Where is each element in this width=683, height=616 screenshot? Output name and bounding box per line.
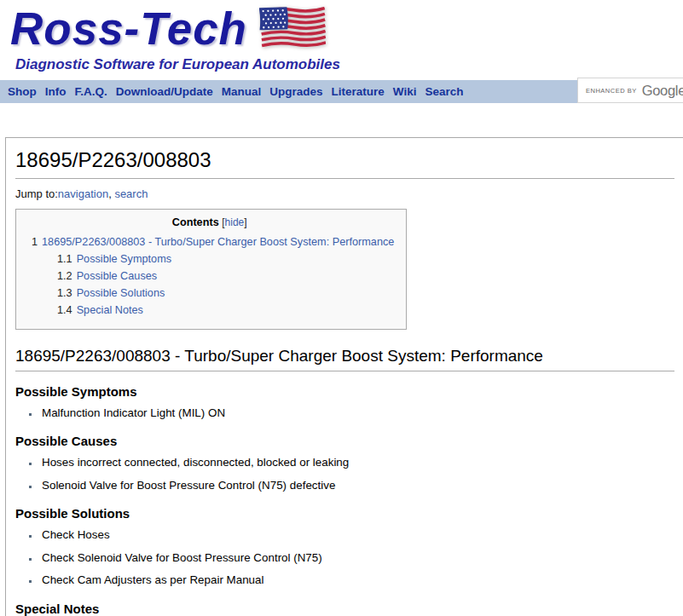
toc-entry: 1.1Possible Symptoms xyxy=(57,250,394,268)
main-nav: Shop Info F.A.Q. Download/Update Manual … xyxy=(0,80,683,103)
table-of-contents: Contents [hide] 118695/P2263/008803 - Tu… xyxy=(15,209,407,330)
causes-list: Hoses incorrect connected, disconnected,… xyxy=(40,454,674,493)
jump-to-label: Jump to: xyxy=(15,187,58,200)
nav-item-upgrades[interactable]: Upgrades xyxy=(265,85,327,98)
toc-link-1-4[interactable]: 1.4Special Notes xyxy=(57,304,143,316)
nav-item-faq[interactable]: F.A.Q. xyxy=(71,85,112,98)
nav-item-download-update[interactable]: Download/Update xyxy=(112,85,217,98)
solutions-list: Check Hoses Check Solenoid Valve for Boo… xyxy=(40,527,674,588)
site-header: Ross-Tech xyxy=(0,0,683,73)
jump-to-navigation-link[interactable]: navigation xyxy=(58,187,108,200)
toc-list: 118695/P2263/008803 - Turbo/Super Charge… xyxy=(25,233,394,319)
nav-item-wiki[interactable]: Wiki xyxy=(389,85,421,98)
toc-link-1-3[interactable]: 1.3Possible Solutions xyxy=(57,287,165,299)
list-item: Solenoid Valve for Boost Pressure Contro… xyxy=(40,477,674,493)
list-item: Hoses incorrect connected, disconnected,… xyxy=(40,454,674,470)
symptoms-list: Malfunction Indicator Light (MIL) ON xyxy=(40,405,674,421)
site-tagline: Diagnostic Software for European Automob… xyxy=(15,56,683,73)
toc-entry: 118695/P2263/008803 - Turbo/Super Charge… xyxy=(32,233,394,250)
toc-entry: 1.2Possible Causes xyxy=(57,268,394,285)
toc-link-1[interactable]: 118695/P2263/008803 - Turbo/Super Charge… xyxy=(32,236,394,248)
toc-title: Contents [hide] xyxy=(25,216,394,228)
heading-special-notes: Special Notes xyxy=(15,602,674,616)
nav-item-info[interactable]: Info xyxy=(41,85,71,98)
ross-tech-logo[interactable]: Ross-Tech xyxy=(10,5,247,53)
toc-entry: 1.3Possible Solutions xyxy=(57,285,394,302)
section-heading: 18695/P2263/008803 - Turbo/Super Charger… xyxy=(15,347,674,371)
enhanced-by-label: ENHANCED BY xyxy=(586,87,637,95)
page-title: 18695/P2263/008803 xyxy=(15,148,674,179)
toc-heading: Contents xyxy=(172,216,219,228)
jump-to-line: Jump to:navigation, search xyxy=(15,187,674,200)
toc-entry: 1.4Special Notes xyxy=(57,302,394,319)
jump-to-search-link[interactable]: search xyxy=(114,187,148,200)
nav-item-literature[interactable]: Literature xyxy=(327,85,389,98)
list-item: Malfunction Indicator Light (MIL) ON xyxy=(40,405,674,421)
toc-link-1-1[interactable]: 1.1Possible Symptoms xyxy=(57,253,171,265)
heading-possible-solutions: Possible Solutions xyxy=(15,506,674,521)
heading-possible-causes: Possible Causes xyxy=(15,434,674,448)
google-search-input[interactable]: ENHANCED BY Google xyxy=(577,78,683,103)
heading-possible-symptoms: Possible Symptoms xyxy=(15,384,674,399)
nav-item-shop[interactable]: Shop xyxy=(3,85,41,98)
nav-item-search[interactable]: Search xyxy=(420,85,467,98)
page: { "brand": { "logo_text": "Ross-Tech", "… xyxy=(0,0,683,616)
list-item: Check Cam Adjusters as per Repair Manual xyxy=(40,572,674,588)
toc-link-1-2[interactable]: 1.2Possible Causes xyxy=(57,270,157,282)
toc-hide-link[interactable]: hide xyxy=(225,216,245,228)
content-area: 18695/P2263/008803 Jump to:navigation, s… xyxy=(5,137,683,616)
list-item: Check Solenoid Valve for Boost Pressure … xyxy=(40,550,674,566)
nav-item-manual[interactable]: Manual xyxy=(217,85,266,98)
list-item: Check Hoses xyxy=(40,527,674,543)
us-flag-icon xyxy=(259,7,326,53)
google-logo: Google xyxy=(642,83,683,99)
